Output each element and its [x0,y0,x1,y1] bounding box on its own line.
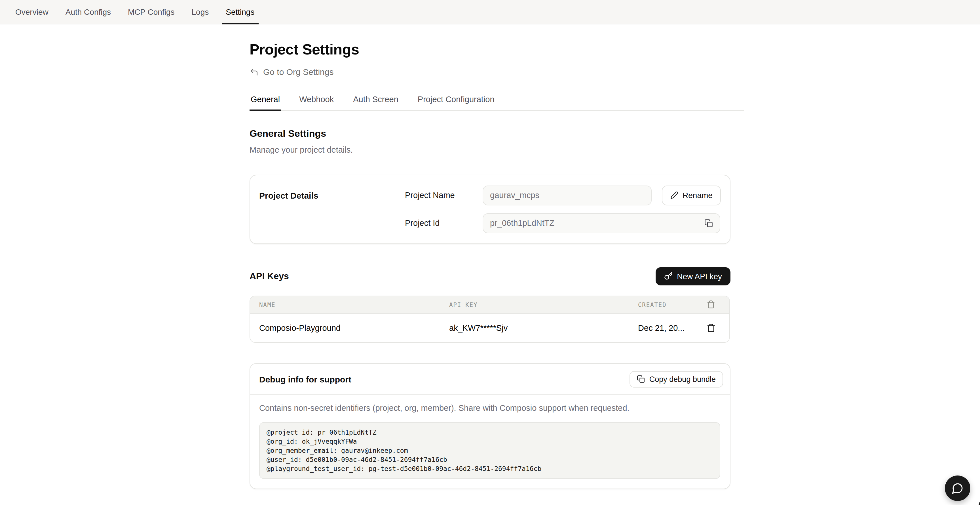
general-settings-heading: General Settings [250,128,744,139]
project-id-input[interactable] [490,218,705,228]
tab-general[interactable]: General [250,94,281,110]
nav-item-logs[interactable]: Logs [188,0,213,24]
nav-item-auth-configs[interactable]: Auth Configs [62,0,115,24]
nav-item-overview[interactable]: Overview [11,0,52,24]
col-header-created: CREATED [638,301,706,308]
col-header-api-key: API KEY [449,301,638,308]
project-name-input[interactable] [490,191,644,200]
code-line: @user_id: d5e001b0-09ac-46d2-8451-2694ff… [267,455,713,464]
copy-icon [637,375,645,383]
copy-debug-bundle-button[interactable]: Copy debug bundle [630,371,723,387]
delete-api-key-button[interactable] [706,323,729,332]
api-key-masked: ak_KW7*****Sjv [449,323,638,332]
api-key-row: Composio-Playground ak_KW7*****Sjv Dec 2… [250,314,729,342]
project-name-field-wrap [483,185,652,205]
top-nav: Overview Auth Configs MCP Configs Logs S… [0,0,980,24]
api-keys-table-header: NAME API KEY CREATED [250,296,729,314]
code-line: @org_member_email: gaurav@inkeep.com [267,446,713,455]
code-line: @org_id: ok_jVveqqkYFWa- [267,436,713,446]
project-id-row: Project Id [405,213,721,233]
copy-project-id-button[interactable] [705,219,713,227]
header-trash-icon [706,300,729,309]
debug-card-header: Debug info for support Copy debug bundle [250,363,730,395]
project-name-row: Project Name Rename [405,185,721,205]
project-details-card: Project Details Project Name Rename [250,174,730,244]
main-content: Project Settings Go to Org Settings Gene… [250,41,744,505]
debug-bundle-code: @project_id: pr_06th1pLdNtTZ@org_id: ok_… [259,422,720,479]
tab-webhook[interactable]: Webhook [298,94,335,110]
col-header-name: NAME [259,301,449,308]
api-keys-table: NAME API KEY CREATED Composio-Playground… [250,295,730,343]
rename-button[interactable]: Rename [662,185,721,205]
debug-card-body: Contains non-secret identifiers (project… [250,395,730,488]
debug-description: Contains non-secret identifiers (project… [259,403,720,412]
project-id-label: Project Id [405,218,483,228]
settings-tabs: General Webhook Auth Screen Project Conf… [250,94,744,110]
general-settings-subtitle: Manage your project details. [250,145,744,154]
api-keys-header: API Keys New API key [250,267,730,285]
project-id-field-wrap [483,213,720,233]
copy-debug-bundle-label: Copy debug bundle [649,375,716,383]
pencil-icon [670,191,678,199]
nav-item-mcp-configs[interactable]: MCP Configs [124,0,178,24]
api-key-name: Composio-Playground [259,323,449,332]
debug-info-card: Debug info for support Copy debug bundle… [250,363,730,489]
project-details-fields: Project Name Rename Project Id [405,185,721,233]
corner-up-left-icon [250,67,259,76]
corner-widget-edge [978,494,980,505]
tab-project-configuration[interactable]: Project Configuration [417,94,496,110]
project-details-title: Project Details [259,185,405,233]
code-line: @project_id: pr_06th1pLdNtTZ [267,427,713,436]
message-bubble-icon [951,482,964,494]
page-title: Project Settings [250,41,744,59]
page: Overview Auth Configs MCP Configs Logs S… [0,0,980,505]
api-key-created: Dec 21, 20... [638,323,706,332]
nav-item-settings[interactable]: Settings [222,0,258,24]
trash-icon [706,323,716,332]
key-icon [664,272,672,280]
tab-auth-screen[interactable]: Auth Screen [352,94,399,110]
new-api-key-button[interactable]: New API key [655,267,730,285]
go-to-org-settings-link[interactable]: Go to Org Settings [250,67,334,76]
rename-button-label: Rename [682,191,713,200]
back-link-label: Go to Org Settings [263,67,334,76]
project-name-label: Project Name [405,191,483,200]
chat-button[interactable] [945,475,970,501]
new-api-key-label: New API key [677,271,722,280]
api-keys-heading: API Keys [250,271,289,281]
debug-card-title: Debug info for support [259,374,352,384]
code-line: @playground_test_user_id: pg-test-d5e001… [267,464,713,473]
copy-icon [705,219,713,227]
